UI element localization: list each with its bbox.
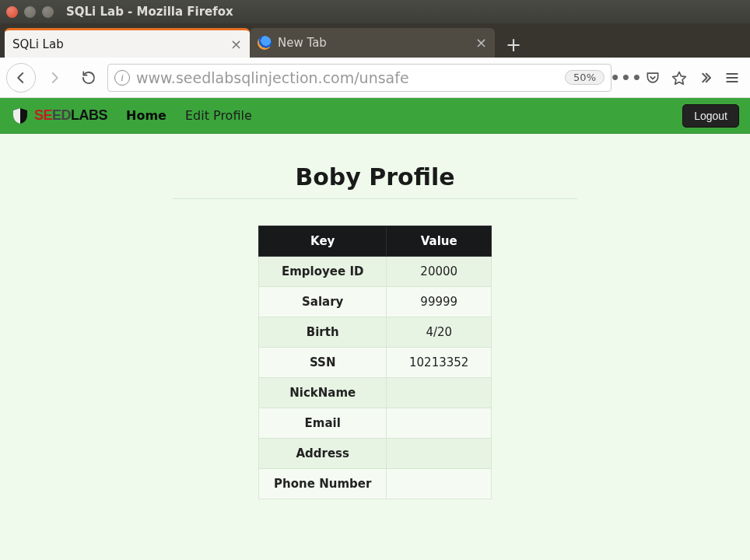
close-icon[interactable]: × bbox=[475, 36, 487, 50]
page-actions-icon[interactable]: ••• bbox=[615, 66, 638, 89]
brand-seg2: ED bbox=[52, 107, 71, 123]
table-row: Birth4/20 bbox=[259, 317, 492, 348]
cell-key: SSN bbox=[259, 348, 387, 378]
tab-new-tab[interactable]: New Tab × bbox=[250, 28, 495, 58]
cell-value: 20000 bbox=[387, 257, 492, 287]
close-icon[interactable]: × bbox=[230, 37, 242, 51]
firefox-icon bbox=[258, 36, 272, 50]
cell-value: 99999 bbox=[387, 287, 492, 317]
new-tab-button[interactable]: + bbox=[499, 33, 527, 58]
url-bar[interactable]: i www.seedlabsqlinjection.com/unsafe 50% bbox=[107, 64, 612, 92]
cell-key: Salary bbox=[259, 287, 387, 317]
nav-link-home[interactable]: Home bbox=[126, 108, 166, 123]
pocket-icon[interactable] bbox=[641, 66, 664, 89]
brand-seg3: LABS bbox=[71, 107, 107, 123]
brand-seg1: SE bbox=[34, 107, 52, 123]
page-content: SEEDLABS Home Edit Profile Logout Boby P… bbox=[0, 98, 750, 560]
window-close-icon[interactable] bbox=[6, 6, 18, 18]
site-info-icon[interactable]: i bbox=[114, 70, 130, 86]
browser-tabstrip: SQLi Lab × New Tab × + bbox=[0, 23, 750, 58]
cell-value: 10213352 bbox=[387, 348, 492, 378]
site-navbar: SEEDLABS Home Edit Profile Logout bbox=[0, 98, 750, 134]
table-row: NickName bbox=[259, 378, 492, 408]
back-button[interactable] bbox=[6, 63, 36, 93]
nav-link-edit-profile[interactable]: Edit Profile bbox=[185, 108, 252, 123]
os-titlebar: SQLi Lab - Mozilla Firefox bbox=[0, 0, 750, 23]
tab-sqli-lab[interactable]: SQLi Lab × bbox=[5, 28, 250, 58]
cell-value bbox=[387, 408, 492, 439]
cell-key: Phone Number bbox=[259, 469, 387, 499]
forward-button[interactable] bbox=[39, 62, 70, 93]
cell-key: NickName bbox=[259, 378, 387, 408]
col-header-key: Key bbox=[259, 226, 387, 257]
tab-label: New Tab bbox=[278, 36, 327, 50]
cell-key: Birth bbox=[259, 317, 387, 348]
cell-value bbox=[387, 439, 492, 469]
window-minimize-icon[interactable] bbox=[24, 6, 36, 18]
cell-key: Employee ID bbox=[259, 257, 387, 287]
shield-icon bbox=[11, 107, 30, 125]
window-title: SQLi Lab - Mozilla Firefox bbox=[66, 5, 233, 19]
hamburger-menu-icon[interactable] bbox=[720, 66, 744, 89]
table-row: Phone Number bbox=[259, 469, 492, 499]
logout-button[interactable]: Logout bbox=[682, 104, 739, 128]
table-row: SSN10213352 bbox=[259, 348, 492, 378]
svg-marker-0 bbox=[673, 72, 686, 84]
table-row: Address bbox=[259, 439, 492, 469]
table-row: Email bbox=[259, 408, 492, 439]
browser-toolbar: i www.seedlabsqlinjection.com/unsafe 50%… bbox=[0, 58, 750, 98]
bookmark-star-icon[interactable] bbox=[668, 66, 691, 89]
reload-button[interactable] bbox=[73, 62, 104, 93]
col-header-value: Value bbox=[387, 226, 492, 257]
table-header-row: Key Value bbox=[259, 226, 492, 257]
window-maximize-icon[interactable] bbox=[42, 6, 54, 18]
table-row: Employee ID20000 bbox=[259, 257, 492, 287]
overflow-chevron-icon[interactable] bbox=[694, 66, 717, 89]
cell-key: Email bbox=[259, 408, 387, 439]
profile-table: Key Value Employee ID20000 Salary99999 B… bbox=[258, 226, 492, 499]
page-title: Boby Profile bbox=[173, 163, 577, 199]
cell-key: Address bbox=[259, 439, 387, 469]
url-text: www.seedlabsqlinjection.com/unsafe bbox=[136, 69, 559, 86]
cell-value bbox=[387, 469, 492, 499]
brand-logo[interactable]: SEEDLABS bbox=[11, 107, 107, 125]
cell-value: 4/20 bbox=[387, 317, 492, 348]
zoom-badge[interactable]: 50% bbox=[565, 70, 605, 85]
table-row: Salary99999 bbox=[259, 287, 492, 317]
tab-label: SQLi Lab bbox=[12, 37, 64, 51]
profile-section: Boby Profile Key Value Employee ID20000 … bbox=[173, 163, 577, 499]
cell-value bbox=[387, 378, 492, 408]
